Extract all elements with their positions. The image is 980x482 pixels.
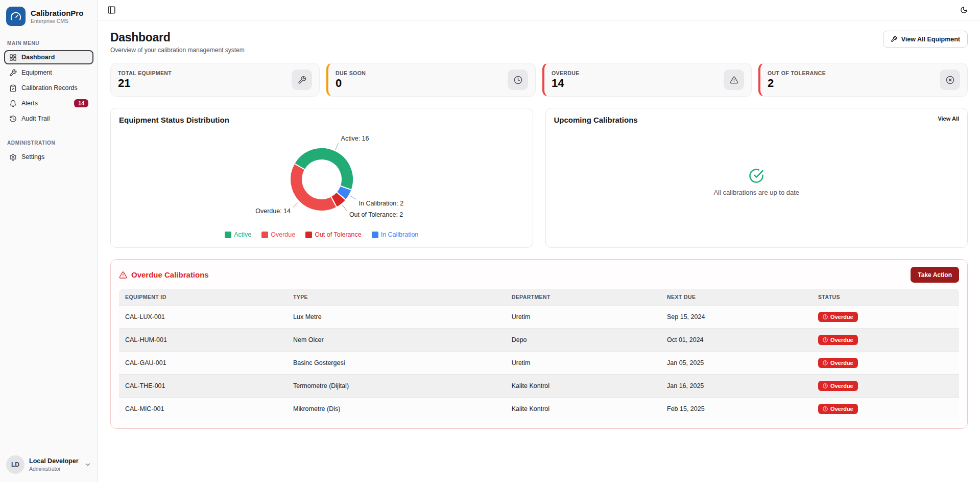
- cell-equipment-id: CAL-GAU-001: [119, 352, 287, 375]
- stat-value: 21: [118, 77, 172, 89]
- cell-status: Overdue: [812, 398, 959, 421]
- sidebar-item-label: Alerts: [21, 100, 38, 107]
- page-subtitle: Overview of your calibration management …: [110, 47, 245, 54]
- cell-equipment-id: CAL-LUX-001: [119, 306, 287, 329]
- theme-toggle-button[interactable]: [958, 4, 970, 16]
- overdue-table: EQUIPMENT ID TYPE DEPARTMENT NEXT DUE ST…: [119, 289, 959, 420]
- cell-department: Kalite Kontrol: [506, 398, 661, 421]
- app-name: CalibrationPro: [31, 9, 83, 18]
- cell-status: Overdue: [812, 375, 959, 398]
- stat-value: 0: [336, 77, 366, 89]
- gauge-icon: [6, 7, 26, 26]
- sidebar-nav: Main Menu Dashboard Equipment: [0, 33, 98, 449]
- sidebar-item-calibration-records[interactable]: Calibration Records: [4, 81, 93, 95]
- cell-type: Nem Olcer: [287, 329, 506, 352]
- table-row: CAL-HUM-001 Nem Olcer Depo Oct 01, 2024 …: [119, 329, 959, 352]
- cell-equipment-id: CAL-HUM-001: [119, 329, 287, 352]
- upcoming-title: Upcoming Calibrations: [554, 116, 638, 124]
- column-header-next-due: NEXT DUE: [661, 289, 812, 306]
- cell-status: Overdue: [812, 306, 959, 329]
- column-header-status: STATUS: [812, 289, 959, 306]
- status-donut-chart[interactable]: Active: 16In Calibration: 2Out of Tolera…: [138, 127, 506, 229]
- sidebar-item-equipment[interactable]: Equipment: [4, 65, 93, 80]
- user-menu[interactable]: LD Local Developer Administrator: [0, 449, 98, 482]
- stat-value: 14: [552, 77, 580, 89]
- clock-icon: [823, 337, 828, 342]
- stat-label: DUE SOON: [336, 70, 366, 76]
- donut-callout-label: Out of Tolerance: 2: [349, 211, 403, 218]
- panel-left-icon: [107, 6, 116, 14]
- sidebar-item-label: Calibration Records: [21, 84, 78, 91]
- donut-segment-overdue[interactable]: [290, 164, 337, 211]
- column-header-department: DEPARTMENT: [506, 289, 661, 306]
- chevron-down-icon: [84, 461, 91, 468]
- legend-swatch: [261, 232, 268, 238]
- cell-next-due: Oct 01, 2024: [661, 329, 812, 352]
- sidebar-item-audit-trail[interactable]: Audit Trail: [4, 111, 93, 126]
- column-header-type: TYPE: [287, 289, 506, 306]
- topbar: [98, 0, 980, 20]
- sidebar-item-dashboard[interactable]: Dashboard: [4, 50, 93, 64]
- check-circle-icon: [749, 168, 764, 183]
- cell-department: Uretim: [506, 306, 661, 329]
- clock-icon: [823, 360, 828, 365]
- stat-card-out-of-tolerance: OUT OF TOLERANCE 2: [758, 63, 968, 97]
- table-row: CAL-GAU-001 Basinc Gostergesi Uretim Jan…: [119, 352, 959, 375]
- user-name: Local Developer: [29, 457, 79, 466]
- donut-callout-label: In Calibration: 2: [358, 200, 403, 207]
- stat-card-overdue: OVERDUE 14: [542, 63, 752, 97]
- wrench-icon: [292, 70, 312, 90]
- table-row: CAL-LUX-001 Lux Metre Uretim Sep 15, 202…: [119, 306, 959, 329]
- settings-icon: [9, 153, 17, 161]
- wrench-icon: [891, 36, 897, 42]
- status-badge: Overdue: [818, 312, 858, 322]
- cell-next-due: Jan 16, 2025: [661, 375, 812, 398]
- sidebar-toggle-button[interactable]: [105, 4, 118, 16]
- column-header-equipment-id: EQUIPMENT ID: [119, 289, 287, 306]
- nav-section-label: Administration: [4, 137, 93, 150]
- layout-dashboard-icon: [9, 54, 17, 61]
- upcoming-calibrations-card: Upcoming Calibrations View All All calib…: [545, 108, 968, 248]
- legend-item-overdue[interactable]: Overdue: [261, 231, 295, 238]
- stat-value: 2: [768, 77, 826, 89]
- view-all-equipment-button[interactable]: View All Equipment: [883, 31, 968, 48]
- legend-item-active[interactable]: Active: [225, 231, 251, 238]
- sidebar-item-label: Audit Trail: [21, 115, 50, 122]
- user-role: Administrator: [29, 466, 79, 472]
- clock-icon: [508, 70, 528, 90]
- app-logo: CalibrationPro Enterprise CMS: [0, 0, 98, 33]
- legend-item-in-calibration[interactable]: In Calibration: [372, 231, 419, 238]
- sidebar-item-alerts[interactable]: Alerts 14: [4, 96, 93, 110]
- cell-next-due: Sep 15, 2024: [661, 306, 812, 329]
- upcoming-empty-message: All calibrations are up to date: [713, 189, 799, 196]
- status-badge: Overdue: [818, 404, 858, 414]
- view-all-link[interactable]: View All: [938, 116, 959, 122]
- app-root: CalibrationPro Enterprise CMS Main Menu …: [0, 0, 980, 482]
- table-row: CAL-THE-001 Termometre (Dijital) Kalite …: [119, 375, 959, 398]
- sidebar: CalibrationPro Enterprise CMS Main Menu …: [0, 0, 98, 482]
- cell-next-due: Jan 05, 2025: [661, 352, 812, 375]
- status-badge: Overdue: [818, 358, 858, 368]
- clock-icon: [823, 383, 828, 388]
- sidebar-item-settings[interactable]: Settings: [4, 150, 93, 164]
- alert-triangle-icon: [724, 70, 744, 90]
- cell-type: Basinc Gostergesi: [287, 352, 506, 375]
- legend-swatch: [225, 232, 231, 238]
- cell-department: Depo: [506, 329, 661, 352]
- take-action-button[interactable]: Take Action: [911, 267, 959, 283]
- avatar: LD: [6, 455, 25, 474]
- cell-department: Uretim: [506, 352, 661, 375]
- stat-label: OVERDUE: [552, 70, 580, 76]
- cell-next-due: Feb 15, 2025: [661, 398, 812, 421]
- nav-section-label: Main Menu: [4, 37, 93, 50]
- cell-equipment-id: CAL-MIC-001: [119, 398, 287, 421]
- legend-swatch: [305, 232, 312, 238]
- stat-label: TOTAL EQUIPMENT: [118, 70, 172, 76]
- bell-icon: [9, 100, 17, 107]
- legend-item-out-of-tolerance[interactable]: Out of Tolerance: [305, 231, 362, 238]
- moon-icon: [960, 6, 968, 14]
- cell-department: Kalite Kontrol: [506, 375, 661, 398]
- callout-line: [293, 202, 298, 207]
- equipment-status-chart-card: Equipment Status Distribution Active: 16…: [110, 108, 533, 248]
- donut-callout-label: Overdue: 14: [255, 208, 291, 215]
